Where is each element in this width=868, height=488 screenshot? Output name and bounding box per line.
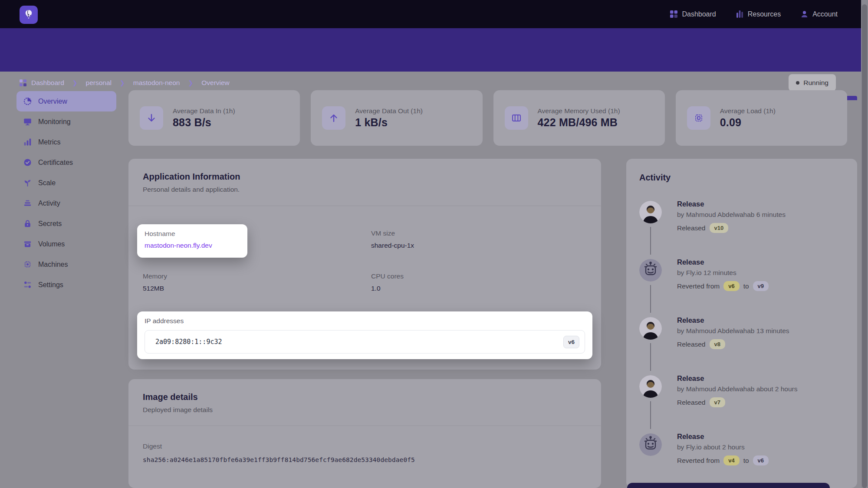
sidebar-item-volumes[interactable]: Volumes (16, 234, 116, 254)
sidebar-item-machines[interactable]: Machines (16, 254, 116, 275)
sidebar-item-label: Volumes (38, 240, 65, 248)
vm-size-value: shared-cpu-1x (371, 242, 414, 249)
activity-entry-byline: by Mahmoud Abdelwahab 13 minutes (677, 327, 844, 335)
nav-resources[interactable]: Resources (736, 10, 781, 18)
tour-popover-edge (627, 483, 830, 488)
chevron-right-icon: ❯ (72, 79, 78, 86)
sidebar-item-metrics[interactable]: Metrics (16, 132, 116, 152)
sidebar-item-label: Scale (38, 179, 56, 187)
seedling-icon (23, 179, 32, 187)
avatar-person (639, 375, 662, 398)
activity-action-text: Reverted from (677, 282, 720, 290)
activity-entry-detail: Released v8 (677, 339, 844, 349)
sidebar-item-label: Monitoring (38, 118, 71, 126)
hostname-link[interactable]: mastodon-neon.fly.dev (145, 242, 240, 249)
activity-entry: Release by Mahmoud Abdelwahab 13 minutes… (639, 316, 844, 374)
breadcrumb-dashboard[interactable]: Dashboard (20, 79, 64, 87)
nav-resources-label: Resources (748, 10, 781, 18)
sidebar-item-label: Certificates (38, 159, 73, 167)
application-information-card: Application Information Personal details… (128, 159, 601, 370)
activity-action-text: Reverted from (677, 457, 720, 465)
sidebar-item-label: Machines (38, 261, 68, 269)
stat-label: Average Data In (1h) (173, 107, 235, 115)
breadcrumb-org[interactable]: personal (86, 79, 112, 87)
person-icon (801, 10, 808, 18)
vm-size-field: VM size shared-cpu-1x (371, 229, 414, 249)
stat-cards-row: Average Data In (1h) 883 B/s Average Dat… (128, 90, 847, 146)
image-details-title: Image details (143, 392, 587, 402)
activity-entry-title: Release (677, 316, 844, 324)
top-navigation: Dashboard Resources Account (670, 0, 838, 28)
nav-account[interactable]: Account (801, 10, 838, 18)
sidebar-item-certificates[interactable]: Certificates (16, 152, 116, 173)
timeline-connector (650, 285, 651, 313)
status-dot-icon (796, 81, 799, 85)
sidebar-item-label: Secrets (38, 220, 62, 228)
activity-action-text: Released (677, 399, 706, 406)
app-info-title: Application Information (143, 172, 587, 182)
activity-entry-title: Release (677, 200, 844, 208)
hostname-highlight-box: Hostname mastodon-neon.fly.dev (137, 224, 247, 258)
ip-address-row[interactable]: 2a09:8280:1::9c32 v6 (145, 330, 585, 354)
status-badge: Running (789, 74, 836, 91)
nav-account-label: Account (812, 10, 838, 18)
breadcrumb-dashboard-label: Dashboard (31, 79, 64, 87)
activity-entry-title: Release (677, 258, 844, 266)
nav-dashboard-label: Dashboard (682, 10, 716, 18)
activity-entry-title: Release (677, 374, 844, 383)
cpu-chip-icon (23, 260, 32, 269)
page-scrollbar-thumb[interactable] (862, 4, 867, 488)
cpu-cores-field: CPU cores 1.0 (371, 272, 404, 292)
stat-value: 1 kB/s (355, 116, 423, 129)
digest-field: Digest sha256:a0246e1a85170fbfe6a39e1ff3… (128, 426, 601, 463)
activity-entry: Release by Mahmoud Abdelwahab about 2 ho… (639, 374, 844, 432)
activity-entry: Release by Fly.io 12 minutes Reverted fr… (639, 258, 844, 316)
nav-dashboard[interactable]: Dashboard (670, 10, 716, 18)
vm-size-label: VM size (371, 229, 414, 237)
ip-addresses-label: IP addresses (145, 317, 585, 325)
activity-mid-text: to (743, 282, 749, 290)
activity-entry-byline: by Mahmoud Abdelwahab 6 minutes (677, 211, 844, 219)
activity-mid-text: to (743, 457, 749, 465)
breadcrumb-app[interactable]: mastodon-neon (133, 79, 180, 87)
version-badge: v6 (753, 455, 769, 465)
breadcrumb: Dashboard ❯ personal ❯ mastodon-neon ❯ O… (20, 74, 230, 92)
sidebar-item-label: Overview (38, 98, 67, 105)
avatar-robot (639, 433, 662, 456)
activity-card: Activity Release by Mahmoud Abdelwahab 6… (626, 159, 857, 488)
breadcrumb-page[interactable]: Overview (201, 79, 230, 87)
timeline-connector (650, 343, 651, 371)
ip-address-value: 2a09:8280:1::9c32 (155, 338, 563, 346)
avatar-person (639, 317, 662, 340)
sidebar-item-secrets[interactable]: Secrets (16, 213, 116, 234)
grid-icon (20, 79, 26, 86)
sidebar-item-overview[interactable]: Overview (16, 91, 116, 111)
metrics-bars-icon (23, 138, 32, 146)
activity-entry-detail: Released v7 (677, 397, 844, 407)
arrow-up-icon (322, 106, 345, 130)
version-badge: v7 (710, 397, 725, 407)
version-badge: v8 (710, 339, 725, 349)
top-header: Dashboard Resources Account (0, 0, 868, 28)
stat-label: Average Memory Used (1h) (538, 107, 620, 115)
sidebar-item-label: Activity (38, 200, 60, 207)
memory-field: Memory 512MB (143, 272, 167, 292)
stat-card-memory: Average Memory Used (1h) 422 MB/496 MB (493, 90, 665, 146)
stat-value: 883 B/s (173, 116, 235, 129)
image-details-card: Image details Deployed image details Dig… (128, 379, 601, 488)
image-details-subtitle: Deployed image details (143, 406, 587, 414)
sidebar-item-activity[interactable]: Activity (16, 193, 116, 213)
sidebar-item-scale[interactable]: Scale (16, 173, 116, 193)
fly-logo[interactable] (20, 6, 38, 24)
toggles-icon (23, 281, 32, 289)
breadcrumb-banner: Dashboard ❯ personal ❯ mastodon-neon ❯ O… (0, 28, 868, 72)
stat-card-data-out: Average Data Out (1h) 1 kB/s (311, 90, 482, 146)
timeline-connector (650, 227, 651, 255)
fly-dashboard-page: Dashboard Resources Account (0, 0, 868, 488)
sidebar-item-settings[interactable]: Settings (16, 275, 116, 295)
badge-check-icon (23, 158, 32, 167)
stat-card-data-in: Average Data In (1h) 883 B/s (128, 90, 300, 146)
sidebar-item-monitoring[interactable]: Monitoring (16, 111, 116, 132)
activity-entry-byline: by Fly.io about 2 hours (677, 443, 844, 451)
pie-chart-icon (23, 97, 32, 105)
